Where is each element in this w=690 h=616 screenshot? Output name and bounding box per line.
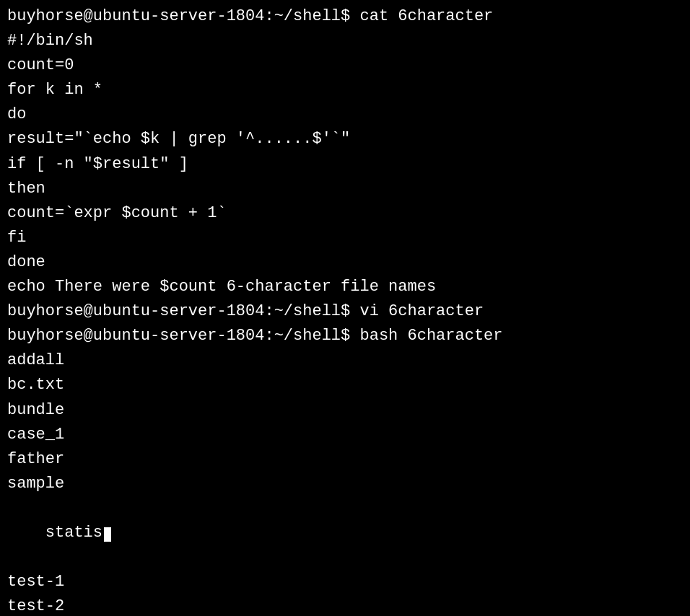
line-file-bctxt: bc.txt xyxy=(7,373,686,397)
line-file-addall: addall xyxy=(7,348,686,373)
line-then: then xyxy=(7,177,686,201)
line-count-init: count=0 xyxy=(7,53,686,78)
line-fi: fi xyxy=(7,226,686,250)
line-file-statis: statis xyxy=(7,496,686,570)
line-file-case1: case_1 xyxy=(7,423,686,447)
line-if-stmt: if [ -n "$result" ] xyxy=(7,152,686,177)
line-for-loop: for k in * xyxy=(7,78,686,102)
line-file-father: father xyxy=(7,447,686,472)
line-done: done xyxy=(7,250,686,275)
line-cmd-bash: buyhorse@ubuntu-server-1804:~/shell$ bas… xyxy=(7,324,686,348)
line-do: do xyxy=(7,102,686,127)
line-result-assign: result="`echo $k | grep '^......$'`" xyxy=(7,127,686,151)
line-file-test1: test-1 xyxy=(7,570,686,594)
line-count-expr: count=`expr $count + 1` xyxy=(7,201,686,226)
line-file-test2: test-2 xyxy=(7,594,686,616)
line-cmd-cat: buyhorse@ubuntu-server-1804:~/shell$ cat… xyxy=(7,4,686,29)
terminal-cursor xyxy=(104,527,111,542)
line-file-sample: sample xyxy=(7,472,686,496)
line-cmd-vi: buyhorse@ubuntu-server-1804:~/shell$ vi … xyxy=(7,299,686,324)
terminal-window: buyhorse@ubuntu-server-1804:~/shell$ cat… xyxy=(3,1,690,616)
line-file-bundle: bundle xyxy=(7,398,686,423)
line-echo-stmt: echo There were $count 6-character file … xyxy=(7,275,686,299)
line-shebang: #!/bin/sh xyxy=(7,29,686,53)
